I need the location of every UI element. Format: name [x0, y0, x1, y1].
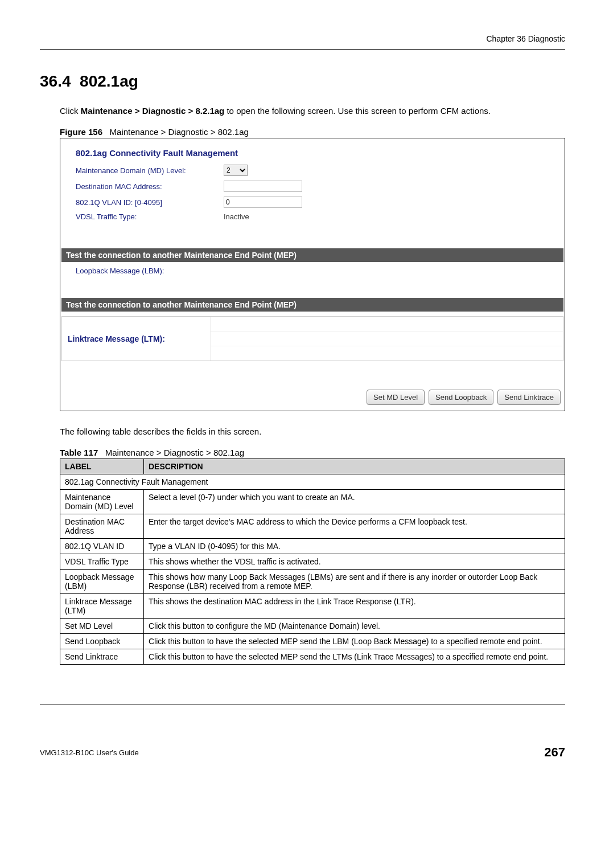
vdsl-value: Inactive [224, 212, 249, 221]
mep-banner-2: Test the connection to another Maintenan… [61, 298, 563, 312]
vdsl-row: VDSL Traffic Type: Inactive [76, 212, 552, 221]
send-loopback-button[interactable]: Send Loopback [429, 390, 493, 405]
section-title: 802.1ag [80, 72, 138, 90]
intro-path-2: Diagnostic [142, 106, 186, 116]
table-cell-label: Loopback Message (LBM) [60, 570, 144, 594]
send-linktrace-button[interactable]: Send Linktrace [497, 390, 561, 405]
panel-title: 802.1ag Connectivity Fault Management [76, 148, 552, 158]
table-cell-desc: Select a level (0-7) under which you wan… [144, 490, 565, 514]
table-caption-text: Maintenance > Diagnostic > 802.1ag [105, 448, 244, 457]
ltm-label: Linktrace Message (LTM): [62, 317, 211, 361]
table-cell-label: 802.1Q VLAN ID [60, 539, 144, 554]
table-row: Loopback Message (LBM)This shows how man… [60, 570, 565, 594]
intro-suffix: to open the following screen. Use this s… [224, 106, 491, 116]
post-figure-text: The following table describes the fields… [60, 425, 565, 437]
footer-guide: VMG1312-B10C User's Guide [40, 748, 139, 757]
dest-mac-input[interactable] [224, 181, 302, 192]
table-cell-desc: Type a VLAN ID (0-4095) for this MA. [144, 539, 565, 554]
description-table: LABEL DESCRIPTION 802.1ag Connectivity F… [60, 458, 565, 665]
intro-path-1: Maintenance > [81, 106, 142, 116]
bottom-rule [40, 705, 565, 705]
table-row: 802.1ag Connectivity Fault Management [60, 474, 565, 490]
table-row: Send LinktraceClick this button to have … [60, 649, 565, 665]
dest-mac-row: Destination MAC Address: [76, 181, 552, 192]
table-cell-desc: Enter the target device's MAC address to… [144, 514, 565, 539]
table-cell-label: Destination MAC Address [60, 514, 144, 539]
figure-caption: Figure 156 Maintenance > Diagnostic > 80… [60, 127, 565, 137]
lbm-label: Loopback Message (LBM): [76, 267, 164, 275]
table-cell-label: Set MD Level [60, 619, 144, 634]
mep-banner-1: Test the connection to another Maintenan… [61, 248, 563, 262]
table-row: Maintenance Domain (MD) LevelSelect a le… [60, 490, 565, 514]
table-cell-desc: Click this button to configure the MD (M… [144, 619, 565, 634]
md-level-select[interactable]: 2 [224, 165, 248, 176]
table-header-desc: DESCRIPTION [144, 459, 565, 474]
table-row: Destination MAC AddressEnter the target … [60, 514, 565, 539]
vlan-input[interactable] [224, 196, 302, 208]
top-rule [40, 49, 565, 50]
table-cell-desc: This shows how many Loop Back Messages (… [144, 570, 565, 594]
table-label: Table 117 [60, 448, 98, 457]
md-level-row: Maintenance Domain (MD) Level: 2 [76, 165, 552, 176]
section-heading: 36.4 802.1ag [40, 72, 565, 91]
intro-paragraph: Click Maintenance > Diagnostic > 8.2.1ag… [60, 105, 565, 117]
page-number: 267 [544, 745, 565, 760]
ltm-block: Linktrace Message (LTM): [61, 316, 563, 361]
table-row: 802.1Q VLAN IDType a VLAN ID (0-4095) fo… [60, 539, 565, 554]
ltm-cell [211, 331, 563, 346]
table-cell-desc: Click this button to have the selected M… [144, 649, 565, 665]
table-cell-label: Send Loopback [60, 634, 144, 649]
intro-prefix: Click [60, 106, 81, 116]
ltm-cells [211, 317, 563, 361]
figure-label: Figure 156 [60, 127, 102, 137]
md-level-label: Maintenance Domain (MD) Level: [76, 166, 224, 175]
set-md-level-button[interactable]: Set MD Level [367, 390, 425, 405]
table-caption: Table 117 Maintenance > Diagnostic > 802… [60, 448, 565, 457]
table-cell-label: VDSL Traffic Type [60, 554, 144, 570]
table-cell-desc: Click this button to have the selected M… [144, 634, 565, 649]
screenshot-figure: 802.1ag Connectivity Fault Management Ma… [60, 138, 565, 411]
table-row: VDSL Traffic TypeThis shows whether the … [60, 554, 565, 570]
table-header-label: LABEL [60, 459, 144, 474]
table-cell-label: Maintenance Domain (MD) Level [60, 490, 144, 514]
ltm-cell [211, 317, 563, 331]
section-number: 36.4 [40, 72, 71, 90]
vlan-row: 802.1Q VLAN ID: [0-4095] [76, 196, 552, 208]
table-cell-label: Linktrace Message (LTM) [60, 594, 144, 619]
dest-mac-label: Destination MAC Address: [76, 182, 224, 191]
table-row: Linktrace Message (LTM)This shows the de… [60, 594, 565, 619]
table-cell-label: Send Linktrace [60, 649, 144, 665]
table-row: Set MD LevelClick this button to configu… [60, 619, 565, 634]
footer: VMG1312-B10C User's Guide 267 [40, 745, 565, 760]
table-row: Send LoopbackClick this button to have t… [60, 634, 565, 649]
vdsl-label: VDSL Traffic Type: [76, 212, 224, 221]
figure-caption-text: Maintenance > Diagnostic > 802.1ag [110, 127, 249, 137]
vlan-label: 802.1Q VLAN ID: [0-4095] [76, 198, 224, 207]
cfm-panel: 802.1ag Connectivity Fault Management Ma… [61, 140, 563, 237]
button-row: Set MD Level Send Loopback Send Linktrac… [61, 390, 563, 405]
table-cell-desc: This shows the destination MAC address i… [144, 594, 565, 619]
intro-path-3: > 8.2.1ag [186, 106, 224, 116]
table-cell-desc: This shows whether the VDSL traffic is a… [144, 554, 565, 570]
chapter-header: Chapter 36 Diagnostic [40, 34, 565, 43]
table-cell-span: 802.1ag Connectivity Fault Management [60, 474, 565, 490]
ltm-cell [211, 346, 563, 361]
lbm-row: Loopback Message (LBM): [61, 262, 563, 286]
